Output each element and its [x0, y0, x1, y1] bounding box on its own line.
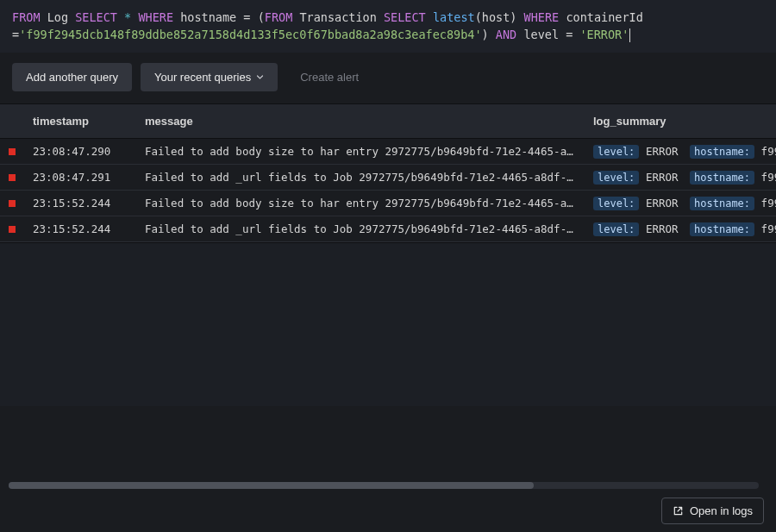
cell-message: Failed to add _url fields to Job 2972775…: [136, 164, 585, 190]
query-token: [559, 28, 566, 41]
error-marker-icon: [9, 200, 16, 207]
cell-log-summary: level: ERROR hostname: f99f2: [585, 190, 776, 216]
cell-message: Failed to add _url fields to Job 2972775…: [136, 216, 585, 241]
query-token: [489, 28, 496, 41]
cell-timestamp: 23:08:47.291: [24, 164, 136, 190]
tag-hostname-key: hostname:: [690, 197, 754, 210]
results-area: timestamp message log_summary 23:08:47.2…: [0, 103, 776, 487]
open-in-logs-button[interactable]: Open in logs: [661, 498, 764, 524]
tag-level-key: level:: [593, 222, 639, 236]
query-token: (: [475, 10, 482, 24]
query-token: Transaction: [299, 10, 376, 24]
query-token: [68, 10, 75, 24]
footer: Open in logs: [0, 490, 776, 532]
cell-message: Failed to add body size to har entry 297…: [136, 190, 585, 216]
query-token: [426, 10, 433, 24]
query-token: ): [482, 28, 489, 41]
detail-panel: [0, 242, 776, 406]
text-cursor: [629, 28, 630, 42]
toolbar: Add another query Your recent queries Cr…: [0, 53, 776, 103]
horizontal-scrollbar-thumb[interactable]: [9, 482, 534, 489]
tag-level-value: ERROR: [639, 222, 685, 235]
table-row[interactable]: 23:08:47.291Failed to add _url fields to…: [0, 164, 776, 190]
cell-message: Failed to add body size to har entry 297…: [136, 138, 585, 164]
col-timestamp[interactable]: timestamp: [24, 104, 136, 139]
query-token: SELECT: [384, 10, 426, 24]
query-token: containerId: [566, 10, 642, 24]
table-row[interactable]: 23:15:52.244Failed to add body size to h…: [0, 190, 776, 216]
chevron-down-icon: [256, 73, 264, 81]
tag-hostname-value: f99f2: [754, 222, 776, 235]
error-marker-icon: [9, 148, 16, 155]
recent-queries-button[interactable]: Your recent queries: [141, 63, 278, 91]
tag-level-key: level:: [593, 171, 639, 185]
tag-level-key: level:: [593, 145, 639, 159]
results-table: timestamp message log_summary 23:08:47.2…: [0, 104, 776, 242]
query-token: [516, 10, 523, 24]
add-query-button[interactable]: Add another query: [12, 63, 132, 91]
recent-queries-label: Your recent queries: [154, 71, 251, 84]
cell-timestamp: 23:15:52.244: [24, 216, 136, 241]
query-token: [117, 10, 124, 24]
query-token: host: [482, 10, 510, 24]
query-token: WHERE: [138, 10, 173, 24]
query-token: FROM: [12, 10, 41, 24]
horizontal-scrollbar[interactable]: [9, 482, 759, 489]
error-marker-icon: [9, 174, 16, 181]
cell-log-summary: level: ERROR hostname: f99f2: [585, 216, 776, 241]
tag-level-value: ERROR: [639, 197, 685, 210]
tag-hostname-value: f99f2: [754, 171, 776, 184]
query-token: [377, 10, 384, 24]
table-row[interactable]: 23:15:52.244Failed to add _url fields to…: [0, 216, 776, 241]
tag-level-key: level:: [593, 197, 639, 210]
col-log-summary[interactable]: log_summary: [585, 104, 776, 139]
tag-hostname-key: hostname:: [690, 171, 754, 185]
query-token: =: [12, 28, 19, 41]
query-token: FROM: [265, 10, 293, 24]
query-token: Log: [47, 10, 68, 24]
cell-log-summary: level: ERROR hostname: f99f2: [585, 164, 776, 190]
col-message[interactable]: message: [136, 104, 585, 139]
severity-marker: [0, 190, 24, 216]
tag-hostname-key: hostname:: [690, 222, 754, 236]
query-token: latest: [433, 10, 475, 24]
table-row[interactable]: 23:08:47.290Failed to add body size to h…: [0, 138, 776, 164]
severity-marker: [0, 138, 24, 164]
tag-hostname-key: hostname:: [690, 145, 754, 159]
tag-level-value: ERROR: [639, 171, 685, 184]
query-token: AND: [496, 28, 516, 41]
cell-timestamp: 23:15:52.244: [24, 190, 136, 216]
query-token: level: [523, 28, 559, 41]
results-scroll[interactable]: timestamp message log_summary 23:08:47.2…: [0, 104, 776, 487]
tag-hostname-value: f99f2: [754, 145, 776, 158]
open-in-logs-label: Open in logs: [690, 504, 753, 517]
query-token: (: [258, 10, 265, 24]
cell-timestamp: 23:08:47.290: [24, 138, 136, 164]
query-token: [173, 10, 180, 24]
query-token: SELECT: [75, 10, 117, 24]
cell-log-summary: level: ERROR hostname: f99f2: [585, 138, 776, 164]
query-token: 'f99f2945dcb148f89ddbe852a7158d4d133f5ec…: [19, 28, 481, 41]
external-link-icon: [673, 505, 684, 516]
create-alert-button[interactable]: Create alert: [286, 63, 372, 91]
query-token: 'ERROR': [579, 28, 629, 41]
severity-marker: [0, 164, 24, 190]
tag-hostname-value: f99f2: [754, 197, 776, 210]
col-marker: [0, 104, 24, 139]
error-marker-icon: [9, 226, 16, 233]
severity-marker: [0, 216, 24, 241]
query-token: hostname: [180, 10, 236, 24]
query-token: [41, 10, 47, 24]
query-token: [250, 10, 257, 24]
tag-level-value: ERROR: [639, 145, 685, 158]
query-editor[interactable]: FROM Log SELECT * WHERE hostname = (FROM…: [0, 0, 776, 53]
query-token: WHERE: [524, 10, 560, 24]
